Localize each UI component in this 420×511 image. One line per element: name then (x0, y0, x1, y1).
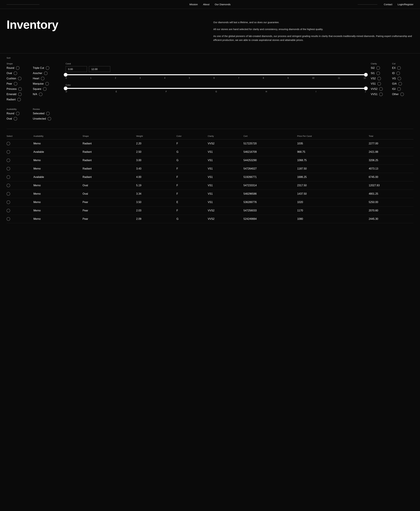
clarity-vs2-radio[interactable] (377, 77, 381, 80)
shape-cushion: Cushion (7, 77, 33, 80)
cut-col: Cut EX ID VG GIA IGI Other (392, 62, 413, 98)
shape-cushion-radio[interactable] (18, 77, 22, 80)
row-availability-9: Memo (33, 215, 83, 223)
nav-mission[interactable]: Mission (189, 3, 198, 6)
clarity-vs2: VS2 (371, 77, 392, 80)
row-select-radio-5[interactable] (7, 184, 10, 187)
review-selected-radio[interactable] (46, 112, 50, 115)
cut-gia-radio[interactable] (398, 82, 402, 85)
clarity-vvs2-radio[interactable] (379, 87, 383, 91)
carat-min-input[interactable] (66, 66, 87, 72)
cut-id-radio[interactable] (396, 71, 400, 75)
table-section: Select Availability Shape Weight Color C… (0, 131, 420, 230)
row-shape-4: Radiant (82, 173, 136, 181)
row-availability-5: Memo (33, 181, 83, 190)
cut-other-radio[interactable] (400, 93, 404, 96)
sort-label: Sort (7, 57, 413, 59)
row-weight-7: 3.50 (136, 198, 176, 207)
shape-na: N/A (33, 93, 61, 96)
shape-round-radio[interactable] (16, 66, 20, 70)
row-total-8: 2070.60 (369, 207, 413, 215)
carat-slider[interactable] (66, 74, 366, 75)
shape-emerald-radio[interactable] (18, 93, 22, 96)
row-cert-5: 547233314 (243, 181, 297, 190)
th-select: Select (7, 134, 33, 139)
table-row: Memo Radiant 3.00 G VS1 544253290 1068.7… (7, 156, 413, 165)
avail-oval-radio[interactable] (14, 117, 17, 121)
filter-grid: Shape Round Oval Cushion Pear Princess (7, 62, 413, 103)
row-total-7: 5250.00 (369, 198, 413, 207)
shape-radiant-radio[interactable] (17, 98, 21, 101)
carat-max-input[interactable] (89, 66, 110, 72)
row-clarity-2: VS1 (208, 156, 243, 165)
shape-oval-radio[interactable] (14, 71, 17, 75)
review-unselected-radio[interactable] (48, 117, 51, 121)
row-cert-0: 517225720 (243, 139, 297, 148)
row-select-radio-9[interactable] (7, 217, 10, 221)
nav-contact[interactable]: Contact (384, 3, 392, 6)
shape-heart: Heart (33, 77, 61, 80)
shape-princess-radio[interactable] (18, 87, 22, 91)
hero-left: Inventory (7, 19, 207, 45)
cut-ex-radio[interactable] (397, 66, 401, 70)
color-slider[interactable] (66, 88, 366, 89)
review-unselected-label: Unselected (33, 117, 46, 120)
nav-right-line (358, 4, 377, 5)
clarity-vs1-radio[interactable] (377, 82, 381, 85)
row-weight-1: 2.50 (136, 148, 176, 156)
nav-center: Mission About Our Diamonds (189, 3, 231, 6)
table-row: Memo Oval 5.19 F VS1 547233314 2317.50 1… (7, 181, 413, 190)
shape-col2-spacer (33, 62, 61, 65)
cut-igi-radio[interactable] (397, 87, 401, 91)
row-select-radio-6[interactable] (7, 192, 10, 196)
nav-about[interactable]: About (203, 3, 209, 6)
shape-cushion-label: Cushion (7, 77, 16, 80)
shape-triplecut-radio[interactable] (46, 66, 49, 70)
nav-login[interactable]: Login/Register (398, 3, 413, 6)
row-select-radio-2[interactable] (7, 159, 10, 162)
color-thumb-left[interactable] (64, 86, 68, 90)
carat-label: Carat (66, 62, 366, 65)
carat-fill (66, 74, 366, 75)
shape-square-radio[interactable] (43, 87, 47, 91)
shape-asscher-label: Asscher (33, 72, 42, 75)
row-ppc-5: 2317.50 (297, 181, 369, 190)
shape-pear-radio[interactable] (14, 82, 17, 85)
shape-marquise-radio[interactable] (45, 82, 49, 85)
nav-our-diamonds[interactable]: Our Diamonds (215, 3, 231, 6)
row-weight-5: 5.19 (136, 181, 176, 190)
row-select-radio-8[interactable] (7, 209, 10, 212)
row-select-radio-1[interactable] (7, 150, 10, 154)
row-cert-1: 546216709 (243, 148, 297, 156)
cut-id: ID (392, 71, 413, 75)
clarity-si2-radio[interactable] (376, 66, 380, 70)
carat-thumb-left[interactable] (64, 73, 68, 77)
shape-emerald-label: Emerald (7, 93, 16, 96)
row-cert-7: 536289776 (243, 198, 297, 207)
cut-vg-radio[interactable] (398, 77, 401, 80)
shape-na-radio[interactable] (39, 93, 43, 96)
row-select-radio-3[interactable] (7, 167, 10, 170)
inventory-table: Select Availability Shape Weight Color C… (7, 134, 413, 223)
color-thumb-right[interactable] (364, 86, 368, 90)
avail-round-radio[interactable] (16, 112, 20, 115)
row-availability-4: Available (33, 173, 83, 181)
review-selected: Seleceted (33, 112, 61, 115)
row-color-6: F (177, 190, 208, 198)
clarity-si1-radio[interactable] (376, 71, 380, 75)
shape-asscher-radio[interactable] (44, 71, 48, 75)
clarity-vvs1: VVS1 (371, 93, 392, 96)
row-select-radio-0[interactable] (7, 142, 10, 145)
shape-heart-radio[interactable] (41, 77, 45, 80)
cut-other-label: Other (392, 93, 399, 96)
row-select-radio-7[interactable] (7, 200, 10, 204)
cut-gia: GIA (392, 82, 413, 85)
row-availability-1: Available (33, 148, 83, 156)
shape-heart-label: Heart (33, 77, 39, 80)
row-ppc-7: 1020 (297, 198, 369, 207)
row-clarity-8: VVS2 (208, 207, 243, 215)
navbar: Mission About Our Diamonds Contact Login… (0, 0, 420, 9)
carat-thumb-right[interactable] (364, 73, 368, 77)
clarity-vvs1-radio[interactable] (379, 93, 383, 96)
row-select-radio-4[interactable] (7, 175, 10, 179)
